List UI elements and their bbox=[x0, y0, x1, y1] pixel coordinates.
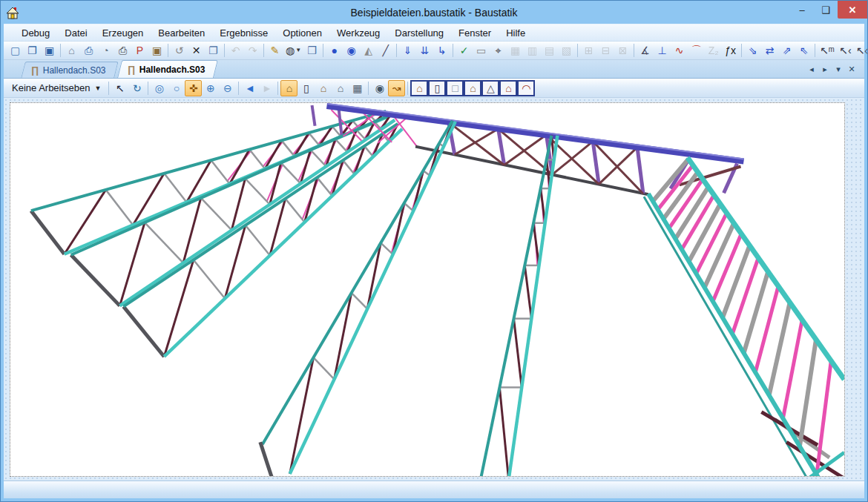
menu-item-debug[interactable]: Debug bbox=[14, 25, 57, 41]
panel-diag-button: ▧ bbox=[558, 42, 575, 59]
preview-zoom-button[interactable]: ◔ bbox=[97, 42, 114, 59]
pick-angle-button[interactable]: ↖‹ bbox=[837, 42, 854, 59]
tab-hallendach-s03-active[interactable]: ∏Hallendach.S03 bbox=[117, 60, 218, 78]
menu-item-hilfe[interactable]: Hilfe bbox=[499, 25, 533, 41]
support-tool-button[interactable]: ⊥ bbox=[654, 42, 671, 59]
pick-member-button[interactable]: ↖ᵐ bbox=[818, 42, 837, 59]
function-fx-button[interactable]: ƒx bbox=[722, 42, 739, 59]
minimize-button[interactable]: – bbox=[790, 1, 814, 19]
preset-front-button[interactable]: ▯ bbox=[428, 80, 446, 96]
load-diagram-button[interactable]: ∿ bbox=[671, 42, 688, 59]
sphere-button[interactable]: ● bbox=[326, 42, 343, 59]
toolbar-separator bbox=[108, 82, 109, 95]
roller-tool-button[interactable]: ▭ bbox=[473, 42, 490, 59]
toolbar-separator bbox=[453, 44, 453, 57]
delete-button[interactable]: ✕ bbox=[188, 42, 205, 59]
maximize-button[interactable]: ❑ bbox=[814, 1, 838, 19]
view-front-icon: ▯ bbox=[303, 83, 309, 93]
lasso-select-button[interactable]: ↺ bbox=[171, 42, 188, 59]
edit-properties-button[interactable]: ✎ bbox=[266, 42, 283, 59]
view-house-front-button[interactable]: ⌂ bbox=[315, 80, 332, 96]
view-front-button[interactable]: ▯ bbox=[297, 80, 315, 96]
render-mode-button[interactable]: ◍▼ bbox=[283, 42, 303, 59]
node-drop-button[interactable]: ⇓ bbox=[399, 42, 416, 59]
walk-path-button[interactable]: ↝ bbox=[388, 80, 405, 96]
tab-label: Hallendach.S03 bbox=[43, 65, 106, 76]
menu-item-werkzeug[interactable]: Werkzeug bbox=[329, 25, 387, 41]
pointer-button[interactable]: ↖ bbox=[111, 80, 128, 96]
probe-tool-button[interactable]: ⌖ bbox=[490, 42, 507, 59]
check-model-button[interactable]: ✓ bbox=[456, 42, 473, 59]
line-pick-button[interactable]: ╱ bbox=[377, 42, 394, 59]
camera-icon: ◉ bbox=[375, 83, 384, 93]
panel-fill-button: ▦ bbox=[507, 42, 524, 59]
preset-chimney-button[interactable]: ⌂ bbox=[499, 80, 517, 96]
view-grid-button[interactable]: ▦ bbox=[349, 80, 366, 96]
menu-item-fenster[interactable]: Fenster bbox=[451, 25, 499, 41]
workplane-select[interactable]: Keine Arbeitseben▼ bbox=[7, 80, 106, 96]
tab-close[interactable]: ✕ bbox=[845, 62, 858, 76]
node-offset-button[interactable]: ↳ bbox=[433, 42, 450, 59]
pdf-export-button[interactable]: P bbox=[131, 42, 148, 59]
wedge-pick-button[interactable]: ◭ bbox=[360, 42, 377, 59]
new-document-button[interactable]: ▢ bbox=[7, 42, 24, 59]
preset-iso-button[interactable]: ⌂ bbox=[410, 80, 428, 96]
capture-frame-button[interactable]: ▣ bbox=[148, 42, 165, 59]
zoom-in-button[interactable]: ⊕ bbox=[202, 80, 219, 96]
toolbar-separator bbox=[277, 82, 278, 95]
view-back-button[interactable]: ◄ bbox=[241, 80, 258, 96]
tab-scroll-right[interactable]: ▸ bbox=[818, 62, 832, 76]
view-isometric-button[interactable]: ⌂ bbox=[280, 80, 297, 96]
menu-item-darstellung[interactable]: Darstellung bbox=[387, 25, 451, 41]
moment-diagram-button[interactable]: ⌒ bbox=[688, 42, 705, 59]
function-fx-icon: ƒx bbox=[725, 45, 736, 56]
page-setup-button[interactable]: ⌂ bbox=[63, 42, 80, 59]
status-bar bbox=[4, 480, 864, 498]
view-house-side-button[interactable]: ⌂ bbox=[332, 80, 349, 96]
tab-hallendach-s03-0[interactable]: ∏Hallendach.S03 bbox=[21, 62, 119, 78]
load-diagram-icon: ∿ bbox=[675, 45, 684, 56]
sphere-pick-button[interactable]: ◉ bbox=[343, 42, 360, 59]
tab-list-dropdown[interactable]: ▾ bbox=[832, 62, 845, 76]
zoom-region-button[interactable]: ◎ bbox=[151, 80, 168, 96]
zoom-out-button[interactable]: ⊖ bbox=[219, 80, 236, 96]
menu-item-optionen[interactable]: Optionen bbox=[275, 25, 329, 41]
new-window-button[interactable]: ❒ bbox=[303, 42, 320, 59]
pan-view-button[interactable]: ✜ bbox=[185, 80, 202, 96]
model-viewport[interactable] bbox=[10, 102, 845, 477]
nodes-mirror-button[interactable]: ⇄ bbox=[761, 42, 778, 59]
preset-dome-button[interactable]: ◠ bbox=[517, 80, 535, 96]
nodes-scale-button[interactable]: ⇖ bbox=[795, 42, 812, 59]
menu-item-datei[interactable]: Datei bbox=[57, 25, 94, 41]
redo-icon: ↷ bbox=[249, 45, 257, 56]
orbit-view-icon: ↻ bbox=[133, 83, 142, 93]
node-align-button[interactable]: ⇊ bbox=[416, 42, 433, 59]
preset-west-button[interactable]: ⌂ bbox=[464, 80, 481, 96]
orbit-view-button[interactable]: ↻ bbox=[128, 80, 145, 96]
nodes-move-button[interactable]: ⇘ bbox=[744, 42, 761, 59]
menu-item-ergebnisse[interactable]: Ergebnisse bbox=[212, 25, 275, 41]
menu-item-erzeugen[interactable]: Erzeugen bbox=[95, 25, 151, 41]
measure-angle-button[interactable]: ∡ bbox=[637, 42, 654, 59]
preset-dome-icon: ◠ bbox=[522, 83, 530, 93]
print-button[interactable]: ⎙ bbox=[114, 42, 131, 59]
camera-button[interactable]: ◉ bbox=[371, 80, 388, 96]
close-button[interactable]: ✕ bbox=[838, 1, 867, 19]
zoom-free-button[interactable]: ○ bbox=[168, 80, 185, 96]
open-file-button[interactable]: ❐ bbox=[24, 42, 41, 59]
preset-plan-icon: □ bbox=[452, 83, 458, 93]
nodes-rotate-button[interactable]: ⇗ bbox=[778, 42, 795, 59]
tab-scroll-left[interactable]: ◂ bbox=[805, 62, 818, 76]
box-add-icon: ⊞ bbox=[585, 45, 594, 56]
print-preview-button[interactable]: ⎙ bbox=[80, 42, 97, 59]
menu-item-bearbeiten[interactable]: Bearbeiten bbox=[151, 25, 212, 41]
sphere-icon: ● bbox=[331, 45, 337, 56]
preset-outline-button[interactable]: △ bbox=[481, 80, 499, 96]
copy-button[interactable]: ❐ bbox=[205, 42, 222, 59]
preset-chimney-icon: ⌂ bbox=[505, 83, 511, 93]
pdf-export-icon: P bbox=[137, 45, 143, 56]
preset-plan-button[interactable]: □ bbox=[446, 80, 464, 96]
view-grid-icon: ▦ bbox=[352, 83, 362, 93]
save-file-button[interactable]: ▣ bbox=[41, 42, 58, 59]
pick-node-button[interactable]: ↖◇ bbox=[854, 42, 868, 59]
